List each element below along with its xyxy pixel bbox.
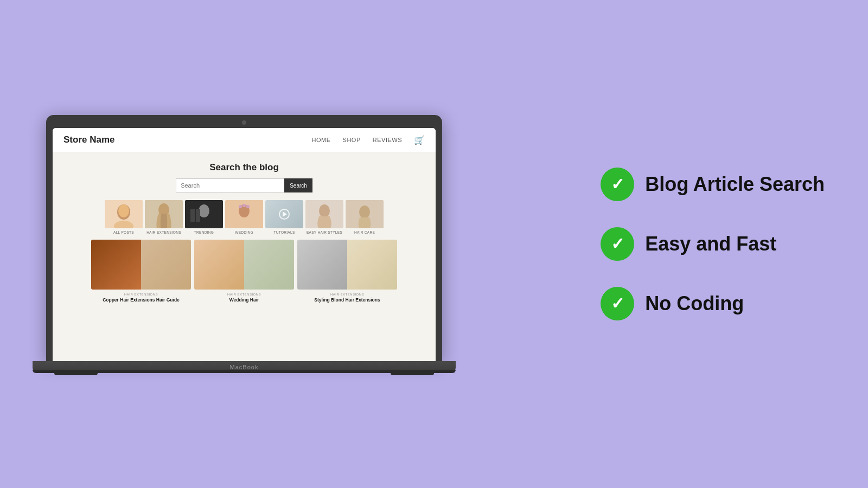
checkmark-icon-easy: ✓ [611,236,624,252]
laptop-base: MacBook [33,361,456,373]
check-circle-easy: ✓ [601,227,634,261]
article-card-wedding[interactable]: HAIR EXTENSIONS Wedding Hair [194,240,294,303]
category-thumb-wedding [225,200,263,228]
article-thumb-copper [91,240,191,290]
checkmark-icon-blog: ✓ [611,176,624,192]
category-row: ALL POSTS HAIR EXTENSIONS TRENDING [63,200,425,234]
play-triangle-icon [283,211,287,217]
category-item-hair-care[interactable]: HAIR CARE [346,200,384,234]
feature-label-coding: No Coding [645,292,744,315]
svg-point-14 [246,205,250,208]
search-button[interactable]: Search [284,178,312,192]
article-thumb-blond [297,240,397,290]
feature-easy-and-fast: ✓ Easy and Fast [601,227,825,261]
category-item-easy[interactable]: EASY HAIR STYLES [305,200,343,234]
search-row: Search [63,178,425,192]
cart-icon[interactable]: 🛒 [414,135,425,145]
laptop-screen: Store Name HOME SHOP REVIEWS 🛒 Search th… [53,128,436,361]
category-thumb-hair-care [346,200,384,228]
category-label-hair-ext: HAIR EXTENSIONS [146,230,181,234]
article-title-blond: Styling Blond Hair Extensions [297,297,397,303]
category-label-easy: EASY HAIR STYLES [307,230,342,234]
check-circle-blog: ✓ [601,168,634,201]
site-logo: Store Name [63,134,114,145]
category-item[interactable]: ALL POSTS [105,200,143,234]
svg-point-13 [242,204,246,207]
svg-point-12 [239,205,242,208]
category-thumb-hair-ext [145,200,183,228]
category-item-wedding[interactable]: WEDDING [225,200,263,234]
site-nav: HOME SHOP REVIEWS 🛒 [312,135,425,145]
category-thumb-trending [185,200,223,228]
svg-rect-8 [190,209,195,222]
articles-grid: HAIR EXTENSIONS Copper Hair Extensions H… [63,240,425,303]
blog-search-title: Search the blog [63,162,425,173]
article-thumb-wedding [194,240,294,290]
article-card-blond[interactable]: HAIR EXTENSIONS Styling Blond Hair Exten… [297,240,397,303]
nav-shop[interactable]: SHOP [343,137,361,143]
article-title-copper: Copper Hair Extensions Hair Guide [91,297,191,303]
article-category-copper: HAIR EXTENSIONS [91,293,191,296]
category-item-hair-ext[interactable]: HAIR EXTENSIONS [145,200,183,234]
svg-point-2 [118,204,129,217]
category-thumb-all-posts [105,200,143,228]
play-button-icon [279,209,290,220]
laptop-foot-left [54,372,98,375]
site-header: Store Name HOME SHOP REVIEWS 🛒 [53,128,436,152]
category-thumb-easy [305,200,343,228]
category-label-tutorials: TUTORIALS [273,230,295,234]
feature-blog-article-search: ✓ Blog Article Search [601,168,825,201]
laptop-camera [242,120,246,125]
site-content: Search the blog Search ALL POSTS [53,152,436,309]
svg-rect-9 [196,209,200,222]
category-label-trending: TRENDING [194,230,214,234]
features-panel: ✓ Blog Article Search ✓ Easy and Fast ✓ … [601,168,825,320]
svg-point-16 [319,204,330,217]
category-label-all-posts: ALL POSTS [113,230,134,234]
laptop-foot-right [391,372,434,375]
feature-label-easy: Easy and Fast [645,233,776,255]
nav-home[interactable]: HOME [312,137,331,143]
laptop-lid: Store Name HOME SHOP REVIEWS 🛒 Search th… [46,115,442,361]
category-thumb-tutorials [265,200,303,228]
category-item-trending[interactable]: TRENDING [185,200,223,234]
laptop-brand-label: MacBook [230,364,259,370]
category-label-hair-care: HAIR CARE [354,230,375,234]
category-label-wedding: WEDDING [235,230,253,234]
svg-point-18 [359,206,370,219]
feature-no-coding: ✓ No Coding [601,287,825,320]
category-item-tutorials[interactable]: TUTORIALS [265,200,303,234]
check-circle-coding: ✓ [601,287,634,320]
article-category-wedding: HAIR EXTENSIONS [194,293,294,296]
feature-label-blog: Blog Article Search [645,173,825,196]
search-input[interactable] [176,178,284,192]
article-title-wedding: Wedding Hair [194,297,294,303]
laptop-mockup: Store Name HOME SHOP REVIEWS 🛒 Search th… [33,115,456,373]
article-category-blond: HAIR EXTENSIONS [297,293,397,296]
checkmark-icon-coding: ✓ [611,296,624,312]
article-card-copper[interactable]: HAIR EXTENSIONS Copper Hair Extensions H… [91,240,191,303]
nav-reviews[interactable]: REVIEWS [373,137,402,143]
